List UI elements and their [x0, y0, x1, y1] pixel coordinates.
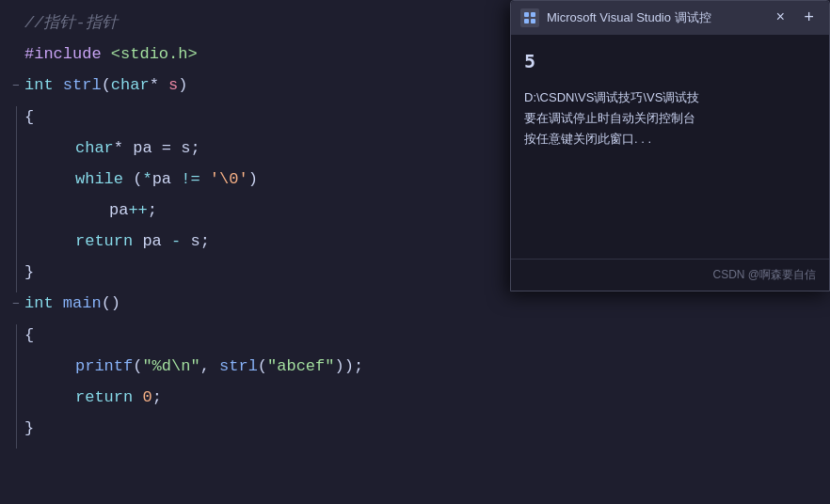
code-line: printf ( "%d\n" , strl ( "abcef" ));: [0, 351, 522, 382]
code-token: ;: [148, 195, 157, 226]
code-token: pa: [109, 195, 128, 226]
code-token: ++: [128, 195, 147, 226]
code-line: }: [0, 257, 522, 288]
code-token: *: [142, 164, 152, 195]
code-token: *: [150, 70, 168, 101]
code-token: ): [178, 70, 187, 101]
code-token: '\0': [210, 164, 248, 195]
code-token: }: [24, 413, 34, 444]
code-line: {: [0, 320, 522, 351]
svg-rect-3: [531, 19, 535, 24]
code-token: [54, 288, 63, 319]
debug-popup: Microsoft Visual Studio 调试控 × + 5 D:\CSD…: [510, 0, 830, 291]
code-token: ;: [190, 133, 200, 164]
code-line: return pa - s ;: [0, 226, 522, 257]
code-token: ;: [152, 382, 162, 413]
debug-titlebar: Microsoft Visual Studio 调试控 × +: [511, 1, 829, 35]
svg-rect-2: [524, 19, 529, 24]
code-token: =: [152, 133, 182, 164]
code-token: -: [171, 226, 181, 257]
svg-rect-0: [524, 12, 529, 17]
code-token: [133, 226, 142, 257]
code-token: [181, 226, 190, 257]
debug-result-value: 5: [524, 50, 816, 72]
debug-footer: CSDN @啊森要自信: [511, 259, 829, 291]
code-token: char: [75, 133, 114, 164]
code-token: 0: [142, 382, 152, 413]
code-editor[interactable]: //指针-指针 #include <stdio.h> − int strl ( …: [0, 0, 522, 504]
code-token: ;: [200, 226, 210, 257]
debug-title: Microsoft Visual Studio 调试控: [547, 9, 763, 26]
code-line: #include <stdio.h>: [0, 39, 522, 70]
code-token: [54, 70, 63, 101]
code-token: pa: [152, 164, 171, 195]
code-line: − int strl ( char * s ): [0, 70, 522, 102]
svg-rect-1: [531, 12, 535, 17]
code-line: while ( * pa != '\0' ): [0, 164, 522, 195]
code-token: s: [168, 70, 178, 101]
code-token: while: [75, 164, 123, 195]
code-token: [162, 226, 171, 257]
collapse-icon[interactable]: −: [8, 289, 24, 320]
code-token: return: [75, 226, 133, 257]
code-line: pa ++ ;: [0, 195, 522, 226]
collapse-icon[interactable]: −: [8, 71, 24, 102]
code-token: s: [181, 133, 190, 164]
code-token: return: [75, 382, 133, 413]
code-token: printf: [75, 351, 133, 382]
code-token: (): [102, 288, 120, 319]
code-token: int: [24, 288, 54, 319]
code-token: <stdio.h>: [111, 39, 198, 70]
code-token: strl: [219, 351, 258, 382]
code-token: [133, 382, 142, 413]
debug-close-button[interactable]: ×: [771, 8, 791, 27]
code-line: − int main (): [0, 288, 522, 320]
code-token: (: [258, 351, 267, 382]
code-token: }: [24, 257, 34, 288]
code-token: char: [111, 70, 150, 101]
code-line: return 0 ;: [0, 382, 522, 413]
code-token: pa: [133, 133, 152, 164]
code-token: int: [24, 70, 54, 101]
code-token: (: [102, 70, 111, 101]
code-token: "%d\n": [142, 351, 200, 382]
code-token: [171, 164, 181, 195]
code-line: {: [0, 102, 522, 133]
code-line: }: [0, 413, 522, 444]
code-token: ): [248, 164, 258, 195]
code-token: #include: [24, 39, 102, 70]
code-token: (: [133, 351, 142, 382]
code-token: pa: [142, 226, 161, 257]
code-token: {: [24, 102, 34, 133]
code-line: char * pa = s ;: [0, 133, 522, 164]
code-line: //指针-指针: [0, 8, 522, 39]
debug-path-text: D:\CSDN\VS调试技巧\VS调试技 要在调试停止时自动关闭控制台 按任意键…: [524, 87, 816, 150]
debug-body: 5 D:\CSDN\VS调试技巧\VS调试技 要在调试停止时自动关闭控制台 按任…: [511, 35, 829, 259]
code-token: *: [114, 133, 133, 164]
code-token: ));: [334, 351, 363, 382]
code-token: "abcef": [267, 351, 334, 382]
code-token: main: [63, 288, 102, 319]
code-token: (: [123, 164, 142, 195]
code-token: s: [190, 226, 200, 257]
code-token: {: [24, 320, 34, 351]
code-token: [200, 164, 210, 195]
code-token: ,: [200, 351, 219, 382]
code-token: [102, 39, 111, 70]
code-lines: //指针-指针 #include <stdio.h> − int strl ( …: [0, 0, 522, 451]
code-token: !=: [181, 164, 200, 195]
code-token: //指针-指针: [24, 8, 118, 39]
vs-icon: [520, 8, 539, 27]
code-token: strl: [63, 70, 102, 101]
debug-add-button[interactable]: +: [798, 8, 820, 28]
